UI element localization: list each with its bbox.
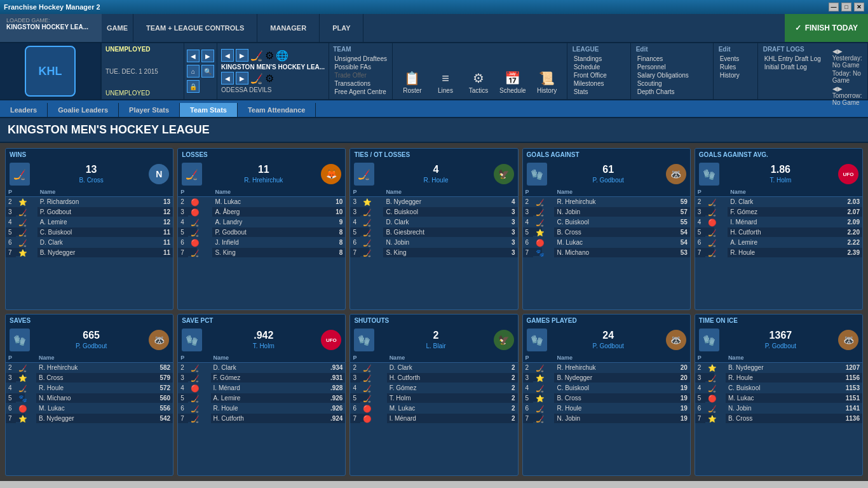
- leader-name[interactable]: T. Holm: [768, 175, 792, 185]
- player-name[interactable]: D. Clark: [728, 197, 818, 207]
- player-name[interactable]: N. Michano: [554, 248, 660, 258]
- player-name[interactable]: C. Buiskool: [726, 383, 818, 393]
- player-name[interactable]: I. Ménard: [728, 217, 818, 227]
- leader-name[interactable]: P. Godbout: [74, 341, 108, 351]
- game-nav[interactable]: GAME: [102, 14, 133, 42]
- home-icon[interactable]: ⌂: [187, 65, 200, 78]
- leader-name[interactable]: R. Hrehirchuk: [243, 175, 284, 185]
- player-name[interactable]: D. Clark: [211, 363, 301, 373]
- player-name[interactable]: A. Lemire: [211, 393, 301, 403]
- lines-button[interactable]: ≡ Lines: [430, 69, 461, 97]
- player-name[interactable]: C. Buiskool: [554, 217, 660, 227]
- initial-draft-log[interactable]: Initial Draft Log: [763, 63, 822, 71]
- player-name[interactable]: M. Lukac: [212, 197, 312, 207]
- salary-obligations[interactable]: Salary Obligations: [636, 71, 708, 79]
- player-name[interactable]: R. Houle: [728, 248, 818, 258]
- schedule-league[interactable]: Schedule: [573, 63, 625, 71]
- front-office[interactable]: Front Office: [573, 71, 625, 79]
- player-name[interactable]: C. Buiskool: [383, 207, 495, 217]
- player-name[interactable]: B. Cross: [36, 373, 137, 383]
- close-button[interactable]: ✕: [854, 3, 864, 11]
- player-name[interactable]: B. Cross: [726, 414, 818, 424]
- player-name[interactable]: A. Lemire: [728, 238, 818, 248]
- player-name[interactable]: N. Jobin: [383, 238, 495, 248]
- events[interactable]: Events: [719, 55, 752, 63]
- player-name[interactable]: B. Cross: [554, 393, 660, 403]
- player-name[interactable]: R. Houle: [726, 373, 818, 383]
- player-name[interactable]: M. Lukac: [726, 393, 818, 403]
- player-name[interactable]: D. Clark: [37, 238, 144, 248]
- player-name[interactable]: F. Gómez: [728, 207, 818, 217]
- stats[interactable]: Stats: [573, 88, 625, 96]
- team2-next[interactable]: ▶: [236, 72, 248, 85]
- tab-goalie-leaders[interactable]: Goalie Leaders: [48, 103, 119, 117]
- personnel[interactable]: Personnel: [636, 63, 708, 71]
- free-agent-centre[interactable]: Free Agent Centre: [333, 88, 388, 96]
- maximize-button[interactable]: □: [841, 3, 851, 11]
- player-name[interactable]: R. Hrehirchuk: [36, 363, 137, 373]
- player-name[interactable]: B. Cross: [554, 227, 660, 238]
- player-name[interactable]: S. King: [212, 248, 312, 258]
- leader-name[interactable]: P. Godbout: [592, 341, 625, 351]
- leader-name[interactable]: T. Holm: [252, 341, 276, 351]
- scouting[interactable]: Scouting: [636, 79, 708, 88]
- player-name[interactable]: S. King: [383, 248, 495, 258]
- player-name[interactable]: R. Hrehirchuk: [554, 197, 660, 207]
- player-name[interactable]: N. Jobin: [726, 403, 818, 414]
- player-name[interactable]: C. Buiskool: [37, 227, 144, 238]
- tactics-button[interactable]: ⚙ Tactics: [463, 68, 494, 97]
- player-name[interactable]: B. Nydegger: [726, 363, 818, 373]
- team2-prev[interactable]: ◀: [221, 72, 234, 85]
- tab-team-attendance[interactable]: Team Attendance: [238, 103, 316, 117]
- rules[interactable]: Rules: [719, 63, 752, 71]
- finances[interactable]: Finances: [636, 55, 708, 63]
- player-name[interactable]: N. Jobin: [554, 207, 660, 217]
- leader-name[interactable]: P. Godbout: [592, 175, 625, 185]
- prev-arrow[interactable]: ◀: [187, 50, 200, 62]
- player-name[interactable]: B. Giesbrecht: [383, 227, 495, 238]
- player-name[interactable]: R. Houle: [36, 383, 137, 393]
- player-name[interactable]: P. Richardson: [37, 197, 144, 207]
- player-name[interactable]: N. Jobin: [554, 414, 660, 424]
- possible-fas[interactable]: Possible FAs: [333, 63, 388, 71]
- league-history[interactable]: History: [719, 71, 752, 79]
- team-prev[interactable]: ◀: [221, 49, 234, 62]
- player-name[interactable]: M. Lukac: [36, 403, 137, 414]
- player-name[interactable]: B. Nydegger: [36, 414, 137, 424]
- player-name[interactable]: B. Nydegger: [37, 248, 144, 258]
- tab-leaders[interactable]: Leaders: [0, 103, 48, 117]
- player-name[interactable]: A. Lemire: [37, 217, 144, 227]
- player-name[interactable]: H. Cutforth: [387, 373, 492, 383]
- player-name[interactable]: D. Clark: [387, 363, 492, 373]
- leader-name[interactable]: P. Godbout: [764, 341, 797, 351]
- manager-nav[interactable]: MANAGER: [257, 14, 320, 42]
- transactions[interactable]: Transactions: [333, 79, 388, 88]
- roster-button[interactable]: 📋 Roster: [397, 68, 428, 97]
- history-button[interactable]: 📜 History: [531, 68, 563, 97]
- team-league-nav[interactable]: TEAM + LEAGUE CONTROLS: [133, 14, 257, 42]
- player-name[interactable]: D. Clark: [383, 217, 495, 227]
- player-name[interactable]: B. Nydegger: [554, 373, 660, 383]
- player-name[interactable]: M. Lukac: [554, 238, 660, 248]
- standings[interactable]: Standings: [573, 55, 625, 63]
- player-name[interactable]: J. Infield: [212, 238, 312, 248]
- leader-name[interactable]: L. Blair: [424, 341, 447, 351]
- player-name[interactable]: M. Lukac: [387, 403, 492, 414]
- tab-player-stats[interactable]: Player Stats: [119, 103, 180, 117]
- team-next[interactable]: ▶: [236, 49, 248, 62]
- lock-icon[interactable]: 🔒: [187, 80, 200, 93]
- player-name[interactable]: N. Michano: [36, 393, 137, 403]
- player-name[interactable]: P. Godbout: [37, 207, 144, 217]
- leader-name[interactable]: R. Houle: [423, 175, 450, 185]
- search-icon[interactable]: 🔍: [201, 65, 214, 78]
- player-name[interactable]: T. Holm: [387, 393, 492, 403]
- minimize-button[interactable]: —: [829, 3, 839, 11]
- tab-team-stats[interactable]: Team Stats: [180, 103, 238, 117]
- player-name[interactable]: B. Nydegger: [383, 197, 495, 207]
- finish-today-button[interactable]: ✓ FINISH TODAY: [785, 14, 868, 42]
- player-name[interactable]: F. Gómez: [387, 383, 492, 393]
- player-name[interactable]: F. Gómez: [211, 373, 301, 383]
- next-arrow[interactable]: ▶: [201, 50, 214, 62]
- player-name[interactable]: H. Cutforth: [211, 414, 301, 424]
- player-name[interactable]: A. Landry: [212, 217, 312, 227]
